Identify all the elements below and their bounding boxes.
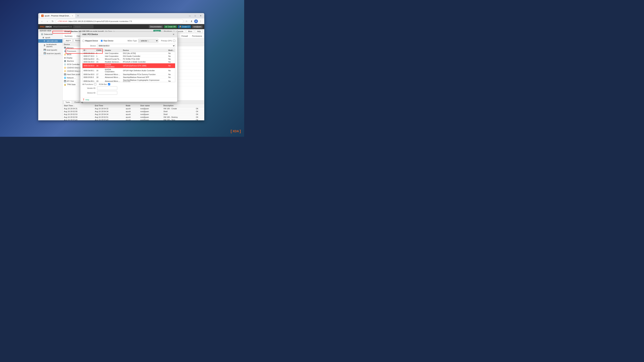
tab-favicon: X	[41, 14, 44, 17]
pci-device-row[interactable]: 0000:07:00.0 1 Intel Corporation DG2 Aud…	[82, 55, 175, 58]
pci-device: RTL8125 2.5GbE Controller	[122, 60, 167, 63]
pci-id: 0000:0d:00.0	[82, 63, 95, 68]
close-btn[interactable]: ✕	[198, 14, 203, 17]
back-btn[interactable]: ‹	[40, 19, 44, 24]
address-bar[interactable]: ⚠ Not secure https://192.168.29.32:8006/…	[56, 19, 184, 23]
pve-logo: PROXMOX	[40, 25, 52, 28]
pci-iomm: 1	[95, 55, 104, 58]
mdev-type-select[interactable]: -- selector --	[138, 39, 158, 42]
task-node: ayush	[124, 110, 139, 113]
pci-vendor: Advanced Micro ...	[104, 79, 122, 82]
task-row[interactable]: Aug 16 20:52:53 Aug 16 20:54:34 ayush ro…	[62, 113, 204, 116]
new-tab-btn[interactable]: +	[76, 14, 80, 18]
mdev-type-label: MDev Type	[128, 40, 137, 42]
task-end: Aug 16 20:54:34	[94, 110, 124, 113]
sidebar-item-local[interactable]: 💾 local (ayush)	[38, 48, 62, 52]
user-menu-btn[interactable]: root@pam	[192, 25, 202, 28]
all-functions-checkbox[interactable]	[94, 83, 96, 85]
tab-close-btn[interactable]: ×	[71, 14, 74, 17]
pci-id: 0000:0d:00.1	[82, 68, 95, 73]
task-row[interactable]: Aug 16 20:52:43 Aug 16 20:52:43 ayush ro…	[62, 119, 204, 120]
tab-label: ayush - Proxmos Virtual Envir...	[44, 15, 70, 17]
task-desc: VM 100 - Create	[162, 107, 194, 110]
minimize-btn[interactable]: —	[188, 14, 192, 17]
dialog-help-btn[interactable]: ❓ Help	[82, 98, 89, 101]
mapped-device-radio-label[interactable]: Mapped Device	[82, 39, 98, 42]
raw-device-radio-label[interactable]: Raw Device	[100, 39, 113, 42]
task-user: root@pam	[139, 107, 162, 110]
bookmark-btn[interactable]: ☆	[184, 19, 189, 24]
device-select[interactable]: 0000:0d:00.0	[97, 44, 175, 48]
pci-vendor: Intel Corporation	[104, 55, 122, 58]
maximize-btn[interactable]: □	[193, 14, 198, 17]
dialog-footer: ❓ Help	[80, 97, 177, 102]
pci-device-row[interactable]: 0000:06:00.0 5 Intel Corporation DG2 [Ar…	[82, 52, 175, 55]
xda-bracket-right: ]	[240, 129, 241, 133]
col-status	[194, 104, 204, 107]
create-ct-icon: 📦	[179, 26, 181, 28]
task-desc: Shell	[162, 110, 194, 113]
task-desc: VM 100 - Destroy	[162, 116, 194, 119]
task-status: OK	[194, 116, 204, 119]
storage-icon: 🗄	[44, 44, 46, 46]
col-start-time: Start Time ↓	[62, 104, 94, 107]
dialog-close-btn[interactable]: ✕	[172, 33, 175, 36]
pci-device-row[interactable]: 0000:0a:00.0 15... Micron/Crucial Te... …	[82, 58, 175, 60]
more-options-btn[interactable]: ⋮	[198, 19, 203, 24]
pci-device-row[interactable]: 0000:0e:00.1 19 Advanced Micro ... Stars…	[82, 79, 175, 82]
add-btn[interactable]: Add ▾	[64, 39, 72, 42]
sidebar-item-ayush[interactable]: 🖥 ayush	[38, 36, 62, 39]
pci-device: Starship/Matisse PCIe Dummy Function	[122, 73, 167, 76]
pci-vendor: Intel Corporation	[104, 52, 122, 55]
task-row[interactable]: Aug 16 20:54:31 Aug 16 20:54:32 ayush ro…	[62, 107, 204, 110]
download-btn[interactable]: ⬇	[189, 19, 194, 24]
hw-device-icon: 📀	[64, 70, 66, 72]
raw-device-radio[interactable]	[100, 40, 103, 42]
tab-summary[interactable]: Summary	[62, 34, 75, 38]
pci-vendor: NVIDIA Corporation	[104, 63, 122, 68]
avatar-btn[interactable]: A	[194, 19, 198, 23]
search-input[interactable]	[73, 25, 94, 28]
pci-device-row[interactable]: 0000:0b:00.0 15 Realtek Semicon... RTL81…	[82, 60, 175, 63]
pve-header: PROXMOX Virtual Environment 8.2.2 Docume…	[38, 24, 204, 29]
forward-btn[interactable]: ›	[45, 19, 50, 24]
primary-gpu-checkbox[interactable]	[173, 40, 175, 42]
task-start: Aug 16 20:52:53	[62, 113, 94, 116]
dialog-title: Add: PCI Device	[82, 33, 98, 35]
pci-device-row[interactable]: 0000:0f:00.0 18 Advanced Micro ... Stars…	[82, 76, 175, 79]
device-id-input[interactable]	[97, 91, 117, 95]
task-node: ayush	[124, 113, 139, 116]
pci-device-row[interactable]: 0000:0d:00.0 16 NVIDIA Corporation GP104…	[82, 63, 175, 68]
task-user: root@pam	[139, 113, 162, 116]
hw-device-icon: 🌐	[64, 77, 66, 79]
documentation-btn[interactable]: Documentation	[149, 25, 163, 28]
sidebar-item-localnetwork[interactable]: 🗄 localnetwork (ayush)	[38, 43, 62, 48]
tab-firewall[interactable]: Firewall	[180, 34, 190, 38]
help-btn[interactable]: Help	[195, 30, 202, 33]
refresh-btn[interactable]: ↻	[50, 19, 55, 24]
task-row[interactable]: Aug 16 20:52:50 Aug 16 20:52:51 ayush ro…	[62, 116, 204, 119]
task-node: ayush	[124, 119, 139, 120]
mapped-device-radio[interactable]	[82, 40, 84, 42]
sidebar-item-vm100[interactable]: ⚙ 100 (VM 100)	[38, 39, 62, 43]
vendor-id-input[interactable]	[97, 86, 117, 90]
datacenter-icon: 🏢	[41, 33, 43, 35]
pci-device-row[interactable]: 0000:0d:00.1 16 NVIDIA Corporation GP104…	[82, 68, 175, 73]
tasks-tab[interactable]: Tasks	[64, 101, 72, 104]
lvm-icon: 💾	[44, 52, 46, 54]
browser-toolbar: ‹ › ↻ ⚠ Not secure https://192.168.29.32…	[38, 18, 204, 24]
server-view-header: Server View	[38, 29, 62, 32]
browser-tab[interactable]: X ayush - Proxmos Virtual Envir... ×	[40, 13, 75, 18]
pci-id: 0000:0a:00.0	[82, 58, 95, 60]
create-vm-btn[interactable]: 🖥 Create VM	[164, 25, 177, 28]
rom-bar-checkbox[interactable]	[108, 83, 110, 85]
pci-device-row[interactable]: 0000:0e:00.0 17 Advanced Micro ... Stars…	[82, 73, 175, 76]
sidebar-item-locallvm[interactable]: 💾 local-lvm (ayush)	[38, 52, 62, 55]
task-row[interactable]: Aug 16 20:52:55 Aug 16 20:54:34 ayush ro…	[62, 110, 204, 113]
device-label: Device	[82, 45, 96, 47]
create-ct-btn[interactable]: 📦 Create CT	[178, 25, 191, 28]
more-btn[interactable]: More	[186, 30, 194, 33]
tab-permissions[interactable]: Permissions	[190, 34, 204, 38]
dialog-body: Mapped Device Raw Device MDev Type -- se…	[80, 37, 177, 97]
sidebar-item-datacenter[interactable]: 🏢 Datacenter	[38, 32, 62, 36]
